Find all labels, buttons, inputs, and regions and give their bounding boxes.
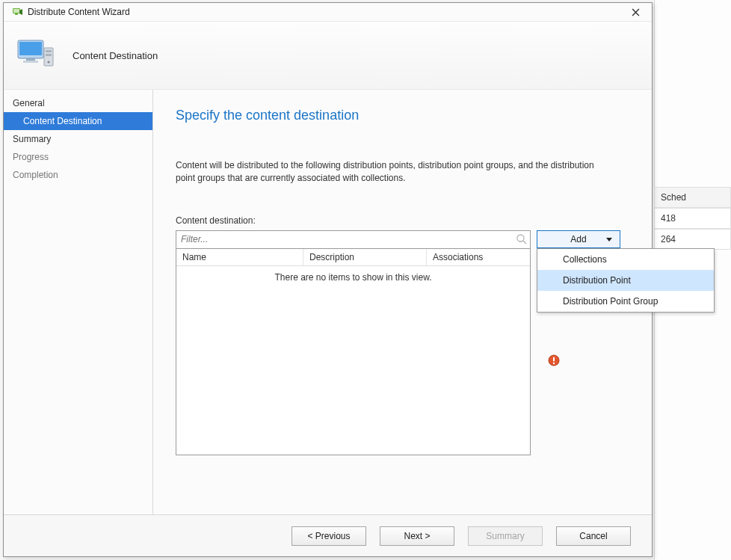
menu-distribution-point-group[interactable]: Distribution Point Group [537,291,714,312]
svg-point-15 [553,363,555,364]
window-title: Distribute Content Wizard [28,7,130,17]
nav-completion: Completion [4,166,152,184]
content-panel: Specify the content destination Content … [153,90,652,514]
previous-button[interactable]: < Previous [292,526,366,546]
grid-empty-message: There are no items to show in this view. [176,266,530,455]
nav-progress: Progress [4,148,152,166]
field-label-destination: Content destination: [176,215,625,226]
svg-rect-14 [553,357,555,362]
bg-row-1: 264 [654,229,731,250]
add-dropdown: Collections Distribution Point Distribut… [537,248,715,313]
nav-summary[interactable]: Summary [4,130,152,148]
header-title: Content Destination [73,50,158,61]
summary-button: Summary [468,526,543,546]
filter-input[interactable] [176,230,531,249]
nav-general[interactable]: General [4,94,152,112]
add-button[interactable]: Add [537,230,620,248]
footer: < Previous Next > Summary Cancel [4,514,652,556]
bg-row-0: 418 [654,208,731,229]
wizard-nav: General Content Destination Summary Prog… [4,90,153,514]
bg-header-schedule: Sched [654,187,731,208]
svg-point-11 [517,235,524,241]
wizard-dialog: Distribute Content Wizard Content Destin [3,2,653,557]
svg-rect-5 [26,58,35,61]
header-band: Content Destination [4,21,652,90]
svg-rect-2 [15,13,18,15]
monitor-icon [17,37,56,73]
svg-rect-8 [46,50,52,52]
destination-grid: Name Description Associations There are … [176,249,531,455]
next-button[interactable]: Next > [380,526,454,546]
menu-collections[interactable]: Collections [537,249,714,270]
col-description[interactable]: Description [303,249,427,265]
chevron-down-icon [606,238,612,241]
svg-rect-4 [19,42,42,55]
cancel-button[interactable]: Cancel [556,526,631,546]
svg-point-10 [48,61,50,64]
svg-line-12 [523,241,526,244]
titlebar: Distribute Content Wizard [4,3,652,21]
close-button[interactable] [622,3,649,21]
page-title: Specify the content destination [176,108,625,123]
nav-content-destination[interactable]: Content Destination [4,112,152,130]
menu-distribution-point[interactable]: Distribution Point [537,270,714,291]
grid-header: Name Description Associations [176,249,530,266]
add-button-label: Add [570,234,586,244]
app-icon [11,6,23,18]
svg-rect-9 [46,54,52,56]
warning-icon [548,354,560,366]
svg-rect-6 [23,61,38,63]
col-associations[interactable]: Associations [427,249,530,265]
page-description: Content will be distributed to the follo… [176,159,602,185]
search-icon[interactable] [516,233,528,245]
svg-rect-1 [13,9,19,13]
col-name[interactable]: Name [176,249,303,265]
